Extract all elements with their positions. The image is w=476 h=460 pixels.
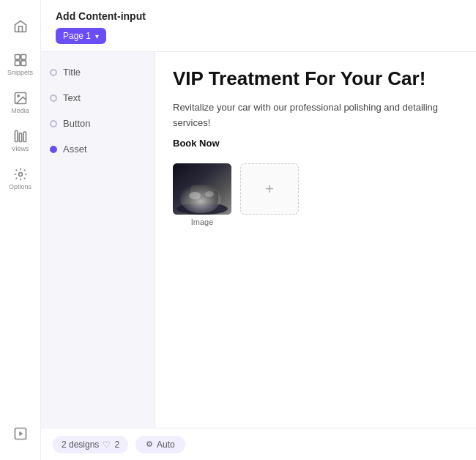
preview-button-label: Book Now [173,138,458,149]
field-text-dot [50,94,57,102]
sidebar-item-media[interactable]: Media [3,85,38,120]
field-title-label: Title [63,67,81,78]
options-label: Options [9,183,31,190]
designs-pill[interactable]: 2 designs ♡ 2 [53,436,128,453]
image-label: Image [191,218,214,226]
sidebar: Snippets Media Views Options [0,0,41,460]
snippets-icon [13,53,28,67]
svg-point-19 [205,191,214,197]
field-asset[interactable]: Asset [50,144,146,155]
svg-rect-8 [23,132,26,141]
field-button-dot [50,120,57,127]
preview-text: Revitalize your car with our professiona… [173,100,451,131]
heart-icon: ♡ [103,439,111,450]
svg-marker-11 [19,431,23,437]
field-text-label: Text [63,92,81,103]
home-icon [13,19,28,34]
sidebar-item-home[interactable] [3,9,38,44]
preview-title: VIP Treatment For Your Car! [173,67,458,92]
main-area: Add Content-input Page 1 ▾ Title Text Bu… [41,0,476,460]
car-wash-image [173,163,231,215]
field-title-dot [50,69,57,76]
add-image-button[interactable]: + [240,163,299,215]
svg-rect-0 [15,55,20,60]
heart-count: 2 [114,439,119,450]
fields-panel: Title Text Button Asset [41,52,155,428]
images-row: Image + [173,163,458,226]
snippets-label: Snippets [7,69,33,76]
sidebar-item-snippets[interactable]: Snippets [3,47,38,82]
field-title[interactable]: Title [50,67,146,78]
svg-point-5 [17,95,18,97]
auto-label: Auto [157,439,175,450]
page-selector[interactable]: Page 1 ▾ [56,28,106,44]
field-asset-dot [50,146,57,153]
views-label: Views [12,145,29,152]
field-button[interactable]: Button [50,118,146,129]
plus-icon: + [265,181,274,198]
svg-point-9 [18,173,22,177]
media-icon [13,91,28,105]
sidebar-item-options[interactable]: Options [3,161,38,196]
page-title: Add Content-input [56,10,461,22]
chevron-down-icon: ▾ [95,32,99,40]
field-button-label: Button [63,118,91,129]
image-thumbnail [173,163,231,215]
svg-rect-2 [15,61,20,66]
options-icon [13,167,28,182]
svg-point-17 [180,184,221,213]
sidebar-item-views[interactable]: Views [3,123,38,158]
designs-count: 2 designs [62,439,99,450]
image-card[interactable]: Image [173,163,231,226]
page-selector-label: Page 1 [63,31,91,41]
field-text[interactable]: Text [50,92,146,103]
settings-icon: ⚙ [146,439,153,449]
content-area: Title Text Button Asset VIP Treatment Fo… [41,52,476,428]
topbar: Add Content-input Page 1 ▾ [41,0,476,52]
views-icon [13,129,28,144]
field-asset-label: Asset [63,144,87,155]
bottom-bar: 2 designs ♡ 2 ⚙ Auto [41,428,476,460]
auto-pill[interactable]: ⚙ Auto [135,436,185,453]
svg-rect-1 [21,55,26,60]
svg-rect-6 [15,131,17,142]
svg-rect-3 [21,61,26,66]
svg-rect-7 [19,133,21,142]
play-icon [13,426,28,441]
sidebar-item-play[interactable] [3,416,38,451]
media-label: Media [11,107,29,114]
svg-point-18 [189,192,201,199]
preview-panel: VIP Treatment For Your Car! Revitalize y… [155,52,476,428]
